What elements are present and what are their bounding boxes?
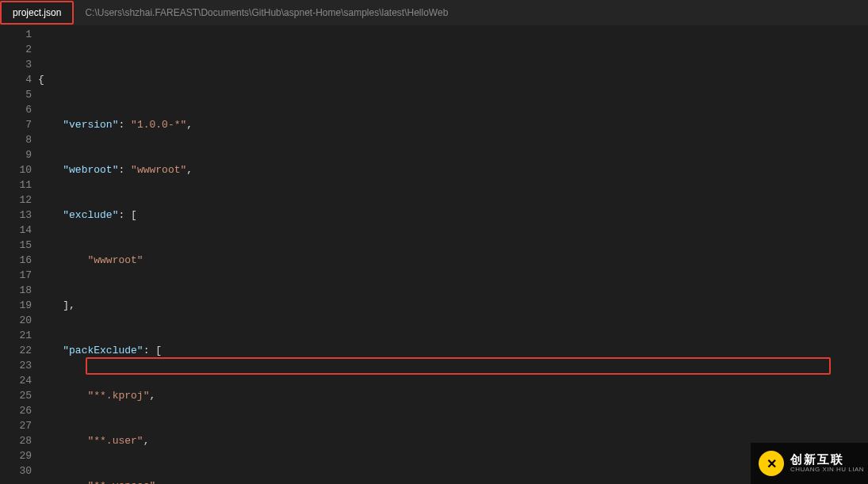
line-number: 7 xyxy=(0,117,32,132)
line-number: 17 xyxy=(0,268,32,283)
line-number: 3 xyxy=(0,57,32,72)
tab-bar: project.json C:\Users\shzhai.FAREAST\Doc… xyxy=(0,0,868,25)
code-area[interactable]: { "version": "1.0.0-*", "webroot": "wwwr… xyxy=(38,25,868,484)
line-number-gutter: 1234567891011121314151617181920212223242… xyxy=(0,25,38,484)
line-number: 13 xyxy=(0,208,32,223)
line-number: 19 xyxy=(0,298,32,313)
line-number: 9 xyxy=(0,147,32,162)
code-line: "exclude": [ xyxy=(38,208,868,223)
code-line: ], xyxy=(38,298,868,313)
logo-text-cn: 创新互联 xyxy=(790,453,864,467)
line-number: 20 xyxy=(0,313,32,328)
line-number: 27 xyxy=(0,418,32,433)
watermark-logo: ✕ 创新互联 CHUANG XIN HU LIAN xyxy=(751,443,868,484)
line-number: 23 xyxy=(0,358,32,373)
line-number: 26 xyxy=(0,403,32,418)
line-number: 21 xyxy=(0,328,32,343)
logo-mark-icon: ✕ xyxy=(759,451,784,476)
line-number: 14 xyxy=(0,223,32,238)
code-line: "packExclude": [ xyxy=(38,343,868,358)
line-number: 28 xyxy=(0,433,32,448)
line-number: 12 xyxy=(0,192,32,208)
code-line: { xyxy=(38,72,868,87)
line-number: 24 xyxy=(0,373,32,388)
line-number: 5 xyxy=(0,87,32,102)
code-line: "**.vspscc" xyxy=(38,478,868,484)
line-number: 1 xyxy=(0,27,32,42)
line-number: 30 xyxy=(0,463,32,478)
file-path-label: C:\Users\shzhai.FAREAST\Documents\GitHub… xyxy=(74,1,459,25)
file-tab-active[interactable]: project.json xyxy=(0,1,74,25)
line-number: 16 xyxy=(0,253,32,268)
line-number: 2 xyxy=(0,42,32,57)
code-line: "**.kproj", xyxy=(38,388,868,403)
line-number: 15 xyxy=(0,238,32,253)
line-number: 25 xyxy=(0,388,32,403)
logo-text-en: CHUANG XIN HU LIAN xyxy=(790,467,864,474)
highlight-box-kestrel xyxy=(86,357,831,375)
editor: 1234567891011121314151617181920212223242… xyxy=(0,25,868,484)
line-number: 22 xyxy=(0,343,32,358)
line-number: 8 xyxy=(0,132,32,147)
line-number: 4 xyxy=(0,72,32,87)
line-number: 10 xyxy=(0,162,32,177)
line-number: 18 xyxy=(0,283,32,298)
code-line: "version": "1.0.0-*", xyxy=(38,117,868,132)
line-number: 29 xyxy=(0,448,32,463)
line-number: 11 xyxy=(0,177,32,192)
code-line: "webroot": "wwwroot", xyxy=(38,162,868,177)
code-line: "**.user", xyxy=(38,433,868,448)
line-number: 6 xyxy=(0,102,32,117)
code-line: "wwwroot" xyxy=(38,253,868,268)
